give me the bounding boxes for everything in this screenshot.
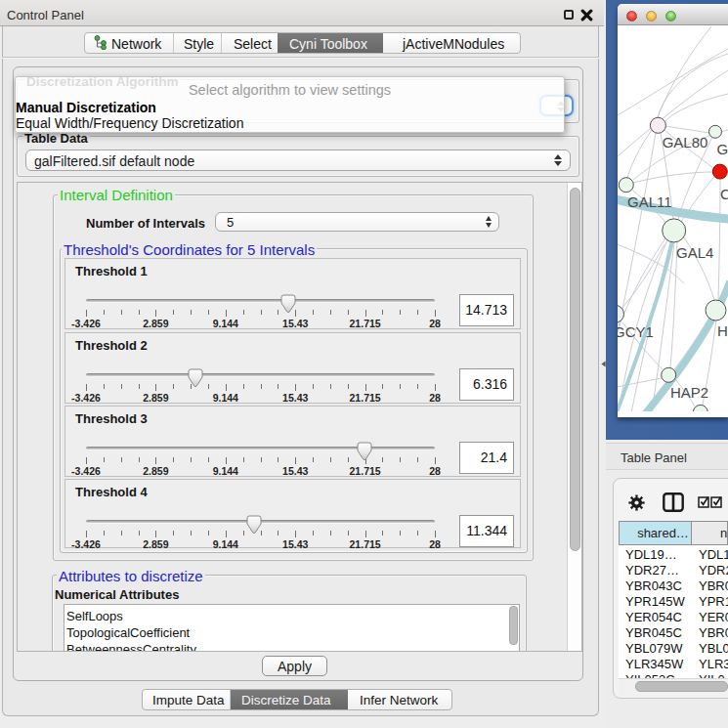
svg-text:GCY1: GCY1 <box>618 323 654 340</box>
svg-text:C: C <box>720 186 728 202</box>
svg-text:HAP2: HAP2 <box>670 384 708 401</box>
svg-text:H: H <box>717 322 728 339</box>
svg-text:GAL4: GAL4 <box>676 244 713 261</box>
svg-text:GAL80: GAL80 <box>663 134 708 150</box>
svg-text:G.: G. <box>717 141 728 157</box>
svg-text:GAL11: GAL11 <box>627 193 672 210</box>
